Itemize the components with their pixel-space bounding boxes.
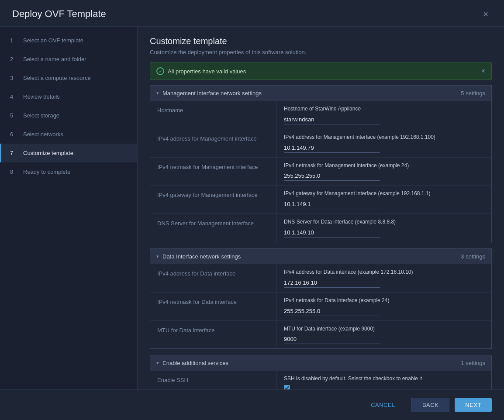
setting-value: Hostname of StarWind Appliance	[277, 101, 491, 129]
content-title: Customize template	[150, 36, 492, 46]
step-label: Select a compute resource	[23, 75, 91, 81]
close-icon[interactable]: ×	[480, 8, 492, 20]
section-header-left: ▾ Data Interface network settings	[156, 253, 241, 260]
section-header-management-network[interactable]: ▾ Management interface network settings …	[150, 85, 492, 101]
setting-input[interactable]	[284, 200, 380, 209]
chevron-icon: ▾	[156, 90, 159, 96]
step-label: Select networks	[23, 131, 63, 138]
sidebar-item-5[interactable]: 5 Select storage	[0, 106, 137, 125]
field-label: MTU for Data interface (example 9000)	[284, 325, 484, 333]
chevron-icon: ▾	[156, 254, 159, 259]
sidebar-item-7[interactable]: 7 Customize template	[0, 144, 137, 162]
setting-row: IPv4 netmask for Management interface IP…	[150, 157, 491, 186]
checkbox-container	[284, 385, 484, 389]
setting-row: DNS Server for Management interface DNS …	[150, 213, 491, 242]
field-label: Hostname of StarWind Appliance	[284, 105, 484, 113]
setting-value: MTU for Data interface (example 9000)	[277, 321, 491, 349]
step-num: 4	[10, 93, 20, 100]
dialog-body: 1 Select an OVF template 2 Select a name…	[0, 27, 504, 389]
step-num: 3	[10, 75, 20, 81]
field-label: SSH is disabled by default. Select the c…	[284, 375, 484, 382]
sidebar-item-1[interactable]: 1 Select an OVF template	[0, 31, 137, 50]
section-label: Data Interface network settings	[162, 253, 241, 260]
setting-value: IPv4 gateway for Management interface (e…	[277, 186, 491, 213]
step-num: 2	[10, 56, 20, 62]
setting-label: DNS Server for Management interface	[150, 214, 277, 242]
setting-input[interactable]	[284, 228, 380, 238]
settings-table-additional-services: Enable SSH SSH is disabled by default. S…	[150, 371, 492, 389]
section-header-data-network[interactable]: ▾ Data Interface network settings 3 sett…	[150, 248, 492, 264]
setting-row: IPv4 netmask for Data interface IPv4 net…	[150, 292, 491, 320]
cancel-button[interactable]: CANCEL	[360, 398, 406, 412]
banner-close-icon[interactable]: ×	[481, 67, 485, 75]
setting-value: IPv4 address for Data interface (example…	[277, 264, 491, 292]
section-label: Management interface network settings	[162, 90, 262, 96]
settings-table-data-network: IPv4 address for Data interface IPv4 add…	[150, 264, 492, 349]
step-label: Review details	[23, 93, 60, 100]
chevron-icon: ▾	[156, 360, 159, 366]
back-button[interactable]: BACK	[411, 398, 449, 412]
setting-value: SSH is disabled by default. Select the c…	[277, 371, 491, 389]
ssh-checkbox[interactable]	[284, 385, 290, 389]
step-num: 7	[10, 150, 20, 156]
settings-table-management-network: Hostname Hostname of StarWind Appliance …	[150, 101, 492, 242]
deploy-ovf-dialog: Deploy OVF Template × 1 Select an OVF te…	[0, 0, 504, 420]
dialog-header: Deploy OVF Template ×	[0, 0, 504, 27]
setting-row: IPv4 address for Management interface IP…	[150, 129, 491, 157]
setting-row: Enable SSH SSH is disabled by default. S…	[150, 371, 491, 389]
field-label: IPv4 address for Management interface (e…	[284, 134, 484, 141]
setting-label: IPv4 netmask for Data interface	[150, 293, 277, 320]
step-num: 6	[10, 131, 20, 138]
setting-label: Enable SSH	[150, 371, 277, 389]
field-label: IPv4 netmask for Management interface (e…	[284, 162, 484, 169]
section-header-left: ▾ Management interface network settings	[156, 90, 262, 96]
step-label: Select an OVF template	[23, 37, 83, 44]
step-label: Select storage	[23, 112, 59, 119]
setting-input[interactable]	[284, 172, 380, 181]
field-label: DNS Server for Data interface (example 8…	[284, 218, 484, 226]
step-num: 8	[10, 169, 20, 175]
section-count: 1 settings	[461, 360, 485, 366]
setting-row: IPv4 address for Data interface IPv4 add…	[150, 264, 491, 292]
sidebar-item-2[interactable]: 2 Select a name and folder	[0, 50, 137, 69]
setting-value: IPv4 address for Management interface (e…	[277, 129, 491, 157]
sidebar-item-8[interactable]: 8 Ready to complete	[0, 162, 137, 181]
step-num: 5	[10, 112, 20, 119]
sidebar-item-3[interactable]: 3 Select a compute resource	[0, 69, 137, 87]
setting-input[interactable]	[284, 335, 380, 344]
setting-label: IPv4 gateway for Management interface	[150, 186, 277, 213]
step-label: Select a name and folder	[23, 56, 86, 62]
section-count: 5 settings	[461, 90, 485, 96]
setting-value: IPv4 netmask for Data interface (example…	[277, 293, 491, 320]
sidebar-item-4[interactable]: 4 Review details	[0, 87, 137, 106]
step-num: 1	[10, 37, 20, 44]
setting-row: IPv4 gateway for Management interface IP…	[150, 185, 491, 213]
setting-label: IPv4 address for Management interface	[150, 129, 277, 157]
dialog-footer: CANCEL BACK NEXT	[0, 389, 504, 420]
main-content: Customize template Customize the deploym…	[138, 27, 504, 389]
field-label: IPv4 address for Data interface (example…	[284, 269, 484, 276]
setting-row: MTU for Data interface MTU for Data inte…	[150, 320, 491, 349]
setting-input[interactable]	[284, 279, 380, 288]
setting-label: IPv4 netmask for Management interface	[150, 158, 277, 186]
field-label: IPv4 gateway for Management interface (e…	[284, 190, 484, 197]
setting-input[interactable]	[284, 115, 380, 124]
step-label: Customize template	[23, 150, 73, 156]
sidebar-item-6[interactable]: 6 Select networks	[0, 125, 137, 144]
success-banner-left: ✓ All properties have valid values	[156, 67, 246, 75]
setting-row: Hostname Hostname of StarWind Appliance	[150, 101, 491, 129]
setting-value: IPv4 netmask for Management interface (e…	[277, 158, 491, 186]
dialog-title: Deploy OVF Template	[12, 8, 106, 20]
success-text: All properties have valid values	[168, 68, 246, 75]
field-label: IPv4 netmask for Data interface (example…	[284, 297, 484, 304]
setting-label: MTU for Data interface	[150, 321, 277, 349]
setting-input[interactable]	[284, 307, 380, 316]
setting-label: Hostname	[150, 101, 277, 129]
section-header-additional-services[interactable]: ▾ Enable additional services 1 settings	[150, 355, 492, 371]
settings-scroll: ▾ Management interface network settings …	[138, 85, 504, 389]
setting-input[interactable]	[284, 144, 380, 153]
next-button[interactable]: NEXT	[455, 398, 492, 412]
content-subtitle: Customize the deployment properties of t…	[150, 49, 492, 55]
section-count: 3 settings	[461, 253, 485, 260]
check-circle-icon: ✓	[156, 67, 164, 75]
